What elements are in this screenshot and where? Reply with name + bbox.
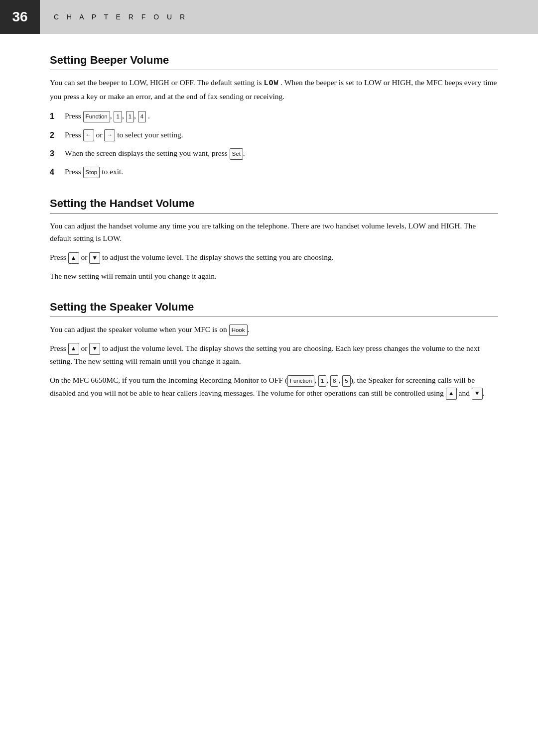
step-num-1: 1 <box>50 109 65 123</box>
up-arrow-btn-h: ▲ <box>68 252 79 264</box>
step-4: 4 Press Stop to exit. <box>50 165 498 179</box>
key-4: 4 <box>138 111 146 122</box>
key-1c: 1 <box>318 375 326 387</box>
header-bar: 36 C H A P T E R F O U R <box>0 0 538 34</box>
handset-title: Setting the Handset Volume <box>50 197 498 214</box>
down-arrow-btn-h: ▼ <box>89 252 100 264</box>
up-arrow-btn-s2: ▲ <box>446 388 457 400</box>
step-3: 3 When the screen displays the setting y… <box>50 147 498 160</box>
low-key: LOW <box>264 79 278 88</box>
step-1-content: Press Function, 1, 1, 4 . <box>65 109 150 122</box>
chapter-number: 36 <box>0 0 40 34</box>
section-handset: Setting the Handset Volume You can adjus… <box>50 197 498 283</box>
step-num-4: 4 <box>50 165 65 179</box>
speaker-title: Setting the Speaker Volume <box>50 301 498 317</box>
content-area: Setting Beeper Volume You can set the be… <box>0 34 538 447</box>
function-key: Function <box>83 111 110 122</box>
key-5: 5 <box>342 375 350 387</box>
section-beeper: Setting Beeper Volume You can set the be… <box>50 54 498 179</box>
speaker-para-3: On the MFC 6650MC, if you turn the Incom… <box>50 374 498 400</box>
beeper-steps: 1 Press Function, 1, 1, 4 . 2 Press ← or… <box>50 109 498 179</box>
handset-para-3: The new setting will remain until you ch… <box>50 270 498 283</box>
set-key: Set <box>230 148 243 160</box>
section-speaker: Setting the Speaker Volume You can adjus… <box>50 301 498 400</box>
step-4-content: Press Stop to exit. <box>65 165 123 178</box>
left-arrow-btn: ← <box>83 129 94 141</box>
beeper-title: Setting Beeper Volume <box>50 54 498 70</box>
step-2-content: Press ← or → to select your setting. <box>65 128 183 141</box>
hook-key: Hook <box>229 324 248 336</box>
down-arrow-btn-s: ▼ <box>89 343 100 355</box>
handset-para-2: Press ▲ or ▼ to adjust the volume level.… <box>50 251 498 264</box>
step-1: 1 Press Function, 1, 1, 4 . <box>50 109 498 123</box>
beeper-body: You can set the beeper to LOW, HIGH or O… <box>50 76 498 179</box>
step-2: 2 Press ← or → to select your setting. <box>50 128 498 142</box>
speaker-body: You can adjust the speaker volume when y… <box>50 323 498 400</box>
step-3-content: When the screen displays the setting you… <box>65 147 245 160</box>
beeper-intro: You can set the beeper to LOW, HIGH or O… <box>50 76 498 103</box>
stop-key: Stop <box>83 167 100 178</box>
speaker-para-1: You can adjust the speaker volume when y… <box>50 323 498 336</box>
handset-body: You can adjust the handset volume any ti… <box>50 219 498 283</box>
down-arrow-btn-s2: ▼ <box>472 388 483 400</box>
chapter-number-text: 36 <box>12 9 27 25</box>
function-key-2: Function <box>287 375 314 387</box>
speaker-para-2: Press ▲ or ▼ to adjust the volume level.… <box>50 342 498 368</box>
key-1a: 1 <box>114 111 122 122</box>
step-num-2: 2 <box>50 128 65 142</box>
and-text: and <box>459 389 472 397</box>
up-arrow-btn-s: ▲ <box>68 343 79 355</box>
step-num-3: 3 <box>50 147 65 160</box>
right-arrow-btn: → <box>104 129 115 141</box>
key-8: 8 <box>330 375 338 387</box>
chapter-label: C H A P T E R F O U R <box>54 13 188 21</box>
key-1b: 1 <box>126 111 134 122</box>
page: 36 C H A P T E R F O U R Setting Beeper … <box>0 0 538 756</box>
handset-para-1: You can adjust the handset volume any ti… <box>50 219 498 245</box>
